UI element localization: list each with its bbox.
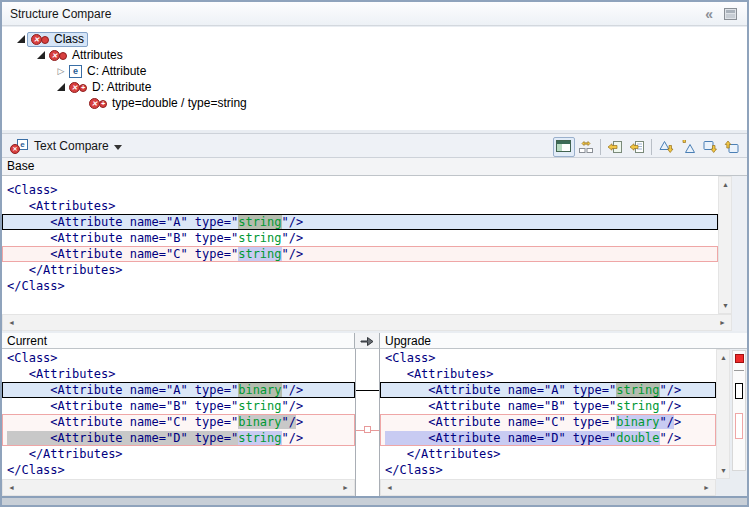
xml-attribute-value: string xyxy=(616,399,659,413)
xml-markup: "/> xyxy=(282,399,304,413)
base-vertical-scrollbar[interactable]: ▲ ▼ xyxy=(718,176,732,314)
tree-row[interactable]: ✕Class xyxy=(2,31,747,47)
code-line: <Attributes> xyxy=(2,198,718,214)
merge-direction-arrow-icon xyxy=(359,334,375,348)
conflict-status-marker xyxy=(735,354,744,363)
conflict-diff-marker[interactable] xyxy=(735,413,743,439)
xml-markup: "/> xyxy=(282,247,304,261)
tree-selection[interactable]: ✕Class xyxy=(27,32,88,47)
tree-item-label: Attributes xyxy=(72,48,123,62)
ruler-separator xyxy=(734,370,744,371)
upgrade-vertical-scrollbar[interactable]: ▲ ▼ xyxy=(716,349,730,479)
code-line: </Attributes> xyxy=(2,262,718,278)
xml-attribute-value: double xyxy=(616,431,659,445)
base-right-filler xyxy=(732,176,747,331)
scroll-right-arrow-icon[interactable]: ► xyxy=(703,484,710,491)
code-line: </Class> xyxy=(380,462,716,478)
code-line: <Attributes> xyxy=(380,366,716,382)
tree-expander-icon[interactable] xyxy=(35,49,47,61)
tree-row[interactable]: ✕+D: Attribute xyxy=(2,79,747,95)
code-line: <Class> xyxy=(380,350,716,366)
xml-markup: <Class> xyxy=(385,351,436,365)
scroll-down-arrow-icon[interactable]: ▼ xyxy=(720,467,727,474)
xml-markup: > xyxy=(296,415,303,429)
selected-diff-marker[interactable] xyxy=(735,383,743,399)
code-line: </Class> xyxy=(2,462,355,478)
xml-markup: <Class> xyxy=(7,351,58,365)
code-line: <Attribute name="A" type="string"/> xyxy=(2,214,718,230)
scroll-up-arrow-icon[interactable]: ▲ xyxy=(722,181,729,188)
scroll-left-arrow-icon[interactable]: ◄ xyxy=(8,484,15,491)
current-text-area[interactable]: <Class> <Attributes> <Attribute name="A"… xyxy=(2,349,355,479)
xml-markup: </Class> xyxy=(385,463,443,477)
toolbar-separator xyxy=(600,139,601,155)
text-compare-menu-dropdown-icon[interactable] xyxy=(114,145,122,150)
next-difference-button[interactable] xyxy=(655,137,677,157)
xml-markup: "/> xyxy=(660,399,682,413)
xml-attribute-value: binary xyxy=(238,415,281,429)
next-change-button[interactable] xyxy=(699,137,721,157)
conflict-merge-handle[interactable] xyxy=(364,426,371,433)
xml-markup: <Attributes> xyxy=(385,367,493,381)
base-horizontal-scrollbar[interactable]: ◄ ► xyxy=(2,314,732,331)
xml-markup: "/ xyxy=(660,415,674,429)
xml-attribute-value: string xyxy=(238,247,281,261)
tree-expander-icon[interactable] xyxy=(55,81,67,93)
xml-markup: <Attribute name="B" type=" xyxy=(7,399,238,413)
scroll-right-arrow-icon[interactable]: ► xyxy=(342,484,349,491)
xml-markup: "/> xyxy=(660,383,682,397)
code-line: <Class> xyxy=(2,350,355,366)
structure-compare-header: Structure Compare « xyxy=(2,2,747,26)
swap-panes-button[interactable] xyxy=(575,137,597,157)
xml-markup: "/ xyxy=(282,415,296,429)
previous-change-button[interactable] xyxy=(721,137,743,157)
scroll-right-arrow-icon[interactable]: ► xyxy=(719,319,726,326)
upgrade-text-area[interactable]: <Class> <Attributes> <Attribute name="A"… xyxy=(380,349,716,479)
upgrade-pane-header: Upgrade xyxy=(380,333,747,349)
code-line: <Attribute name="C" type="string"/> xyxy=(2,246,718,262)
toolbar-separator xyxy=(651,139,652,155)
xml-markup: <Attribute name="C" type=" xyxy=(385,415,616,429)
copy-all-right-to-left-button[interactable] xyxy=(604,137,626,157)
code-line: <Attribute name="B" type="string"/> xyxy=(2,398,355,414)
two-way-layout-button[interactable] xyxy=(553,137,575,157)
tree-row[interactable]: ▷eC: Attribute xyxy=(2,63,747,79)
diff-connector-gutter xyxy=(355,349,380,496)
text-compare-header: e✕ Text Compare xyxy=(2,133,747,158)
xml-markup: > xyxy=(674,415,681,429)
previous-difference-button[interactable] xyxy=(677,137,699,157)
xml-markup: "/> xyxy=(282,231,304,245)
element-icon: e xyxy=(69,65,82,78)
overview-ruler[interactable] xyxy=(732,350,746,471)
maximize-view-icon[interactable] xyxy=(724,7,737,23)
xml-markup: <Class> xyxy=(7,183,58,197)
tree-expander-icon[interactable] xyxy=(15,33,27,45)
merge-direction-cell xyxy=(355,333,380,349)
code-line: </Attributes> xyxy=(380,446,716,462)
upgrade-horizontal-scrollbar[interactable]: ◄ ► xyxy=(380,479,716,496)
text-compare-icon: e✕ xyxy=(10,139,28,154)
minimize-chevrons-icon[interactable]: « xyxy=(705,6,713,22)
copy-current-right-to-left-button[interactable] xyxy=(626,137,648,157)
scroll-up-arrow-icon[interactable]: ▲ xyxy=(720,354,727,361)
xml-markup: <Attribute name="A" type=" xyxy=(7,383,238,397)
scroll-left-arrow-icon[interactable]: ◄ xyxy=(386,484,393,491)
xml-markup: </Attributes> xyxy=(7,447,123,461)
current-horizontal-scrollbar[interactable]: ◄ ► xyxy=(2,479,355,496)
code-line: <Attribute name="D" type="string"/> xyxy=(2,430,355,446)
tree-item-label: C: Attribute xyxy=(87,64,146,78)
scroll-left-arrow-icon[interactable]: ◄ xyxy=(8,319,15,326)
structure-compare-tree[interactable]: ✕Class✕Attributes▷eC: Attribute✕+D: Attr… xyxy=(2,27,747,130)
base-text-area[interactable]: <Class> <Attributes> <Attribute name="A"… xyxy=(2,176,718,314)
conflict-change-icon: ✕ xyxy=(49,49,67,62)
xml-markup: <Attributes> xyxy=(7,199,115,213)
compare-editor-window: Structure Compare « ✕Class✕Attributes▷eC… xyxy=(0,0,749,507)
tree-item-label: D: Attribute xyxy=(92,80,151,94)
tree-item-label: Class xyxy=(54,32,84,46)
xml-markup: <Attribute name="A" type=" xyxy=(7,215,238,229)
scroll-down-arrow-icon[interactable]: ▼ xyxy=(722,302,729,309)
tree-row[interactable]: ✕+type=double / type=string xyxy=(2,95,747,111)
xml-attribute-value: string xyxy=(238,215,281,229)
tree-expander-icon[interactable]: ▷ xyxy=(55,65,67,77)
tree-row[interactable]: ✕Attributes xyxy=(2,47,747,63)
